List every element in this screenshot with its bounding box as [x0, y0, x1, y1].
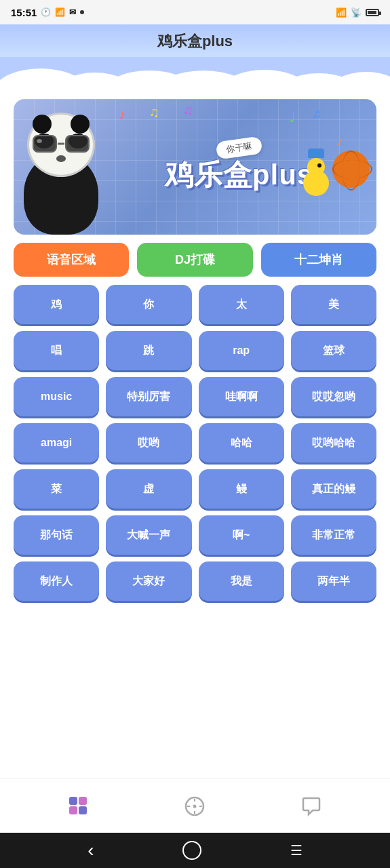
system-nav: ‹ ☰ — [0, 833, 390, 868]
chick-cap — [308, 149, 324, 158]
svg-point-17 — [193, 804, 197, 808]
category-dj-button[interactable]: DJ打碟 — [137, 243, 252, 277]
sound-button-25[interactable]: 大家好 — [106, 561, 191, 601]
panda-head — [27, 113, 95, 177]
battery-icon — [366, 9, 379, 16]
menu-button[interactable]: ☰ — [285, 837, 308, 864]
basketball — [332, 151, 370, 188]
panda-ear-right — [71, 115, 90, 134]
sound-button-16[interactable]: 菜 — [14, 469, 99, 509]
music-note-6: ♫ — [183, 102, 193, 118]
sound-button-14[interactable]: 哈哈 — [199, 423, 284, 462]
status-time: 15:51 — [11, 7, 37, 18]
sound-button-9[interactable]: 特别厉害 — [106, 377, 191, 416]
glass-bridge — [58, 143, 64, 145]
sound-button-1[interactable]: 你 — [106, 285, 191, 324]
status-bar-right: 📶 📡 — [336, 7, 379, 18]
banner: ♪ ♫ ♩ ♬ ♪ ♫ — [14, 99, 376, 235]
sound-button-20[interactable]: 那句话 — [14, 515, 99, 555]
chat-icon — [300, 795, 322, 817]
sound-button-0[interactable]: 鸡 — [14, 285, 99, 324]
sound-button-3[interactable]: 美 — [291, 285, 376, 324]
sound-button-19[interactable]: 真正的鳗 — [291, 469, 376, 509]
sound-button-7[interactable]: 篮球 — [291, 331, 376, 370]
glass-left — [33, 135, 57, 153]
sound-button-8[interactable]: music — [14, 377, 99, 416]
svg-rect-10 — [69, 806, 77, 814]
chick-figure — [303, 170, 329, 196]
chick-head — [307, 158, 325, 176]
music-note-4: ♬ — [312, 106, 322, 121]
chick-body — [303, 170, 329, 196]
app-header: 鸡乐盒plus — [0, 24, 390, 91]
sound-button-2[interactable]: 太 — [199, 285, 284, 324]
nav-item-chat[interactable] — [287, 790, 336, 823]
panda-body-container — [17, 109, 105, 235]
sound-button-26[interactable]: 我是 — [199, 561, 284, 601]
music-note-5: ♪ — [336, 133, 343, 149]
cloud-decoration — [0, 57, 390, 91]
compass-icon — [184, 795, 206, 817]
svg-rect-11 — [79, 806, 87, 814]
sound-button-10[interactable]: 哇啊啊 — [199, 377, 284, 416]
sound-button-6[interactable]: rap — [199, 331, 284, 370]
status-icon-2: 📶 — [55, 7, 65, 17]
banner-subtitle: 你干嘛 — [216, 136, 263, 159]
bottom-nav — [0, 778, 390, 833]
status-dot — [80, 10, 84, 14]
app-title: 鸡乐盒plus — [0, 31, 390, 57]
sound-button-13[interactable]: 哎哟 — [106, 423, 191, 462]
category-row: 语音区域 DJ打碟 十二坤肖 — [14, 243, 376, 277]
music-note-2: ♫ — [149, 104, 159, 120]
sound-button-22[interactable]: 啊~ — [199, 515, 284, 555]
sound-button-5[interactable]: 跳 — [106, 331, 191, 370]
glass-right — [65, 135, 90, 153]
grid-icon — [68, 795, 90, 817]
sound-button-27[interactable]: 两年半 — [291, 561, 376, 601]
main-content: ♪ ♫ ♩ ♬ ♪ ♫ — [0, 91, 390, 778]
sound-button-4[interactable]: 唱 — [14, 331, 99, 370]
svg-rect-9 — [79, 797, 87, 805]
sound-grid: 鸡 你 太 美 唱 跳 rap 篮球 music 特别厉害 哇啊啊 哎哎忽哟 a… — [14, 285, 376, 601]
music-note-3: ♩ — [289, 109, 295, 125]
sound-button-24[interactable]: 制作人 — [14, 561, 99, 601]
sound-button-23[interactable]: 非常正常 — [291, 515, 376, 555]
panda-figure — [14, 99, 109, 235]
banner-main-title: 鸡乐盒plus — [165, 161, 313, 189]
category-zodiac-button[interactable]: 十二坤肖 — [261, 243, 376, 277]
signal-icon: 📡 — [351, 7, 362, 18]
sound-button-18[interactable]: 鳗 — [199, 469, 284, 509]
panda-ear-left — [33, 115, 52, 134]
nav-item-explore[interactable] — [170, 790, 219, 823]
music-note-1: ♪ — [119, 107, 125, 123]
back-button[interactable]: ‹ — [82, 834, 99, 867]
panda-glasses — [33, 135, 90, 153]
sound-button-17[interactable]: 虚 — [106, 469, 191, 509]
status-icon-3: ✉ — [69, 7, 76, 17]
status-bar: 15:51 🕐 📶 ✉ 📶 📡 — [0, 0, 390, 24]
category-voice-button[interactable]: 语音区域 — [14, 243, 129, 277]
chick-eye — [317, 163, 321, 167]
sound-button-12[interactable]: amagi — [14, 423, 99, 462]
panda-nose — [56, 155, 66, 162]
status-icon-1: 🕐 — [41, 7, 51, 17]
sound-button-15[interactable]: 哎哟哈哈 — [291, 423, 376, 462]
home-button[interactable] — [182, 841, 201, 860]
wifi-icon: 📶 — [336, 7, 347, 18]
status-bar-left: 15:51 🕐 📶 ✉ — [11, 7, 84, 18]
sound-button-21[interactable]: 大喊一声 — [106, 515, 191, 555]
nav-item-home[interactable] — [54, 790, 103, 823]
svg-rect-8 — [69, 797, 77, 805]
sound-button-11[interactable]: 哎哎忽哟 — [291, 377, 376, 416]
